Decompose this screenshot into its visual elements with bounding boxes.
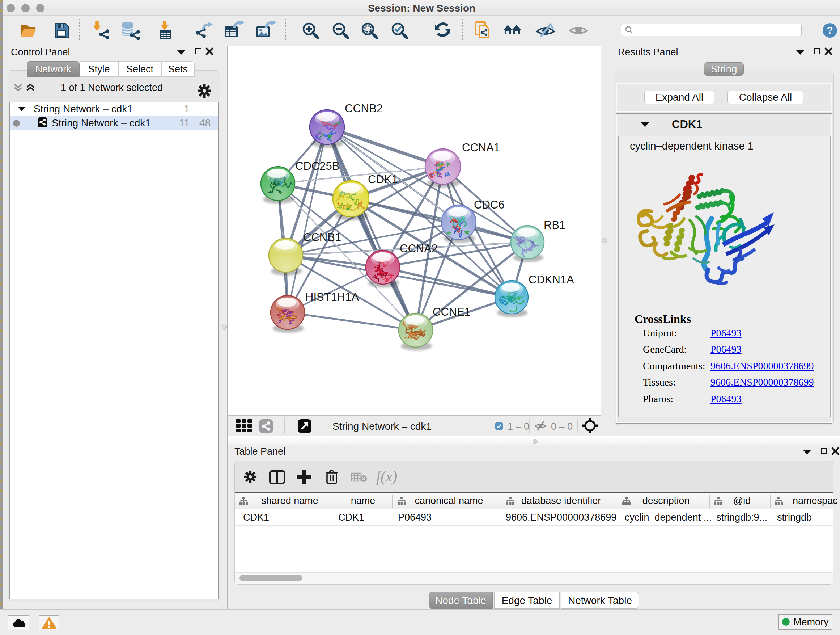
svg-text:CCNA2: CCNA2 <box>400 242 438 255</box>
svg-text:CDK1: CDK1 <box>368 173 398 186</box>
svg-text:CCNA1: CCNA1 <box>462 141 500 154</box>
svg-text:CDC25B: CDC25B <box>295 160 339 172</box>
svg-text:CCNB1: CCNB1 <box>303 231 341 244</box>
svg-text:CCNE1: CCNE1 <box>433 306 471 318</box>
svg-text:CDC6: CDC6 <box>474 198 504 211</box>
svg-text:CDKN1A: CDKN1A <box>529 273 574 286</box>
svg-text:RB1: RB1 <box>544 219 565 231</box>
svg-text:HIST1H1A: HIST1H1A <box>305 291 359 303</box>
svg-text:CCNB2: CCNB2 <box>345 102 383 115</box>
